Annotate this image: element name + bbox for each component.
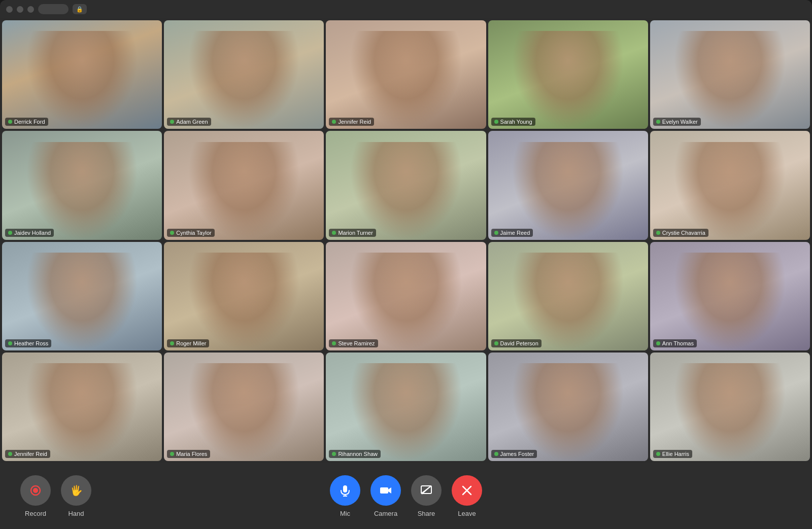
participant-label: Evelyn Walker [653,118,701,126]
participant-label: Maria Flores [167,450,210,458]
record-label: Record [25,510,46,517]
mic-active-indicator [8,341,12,345]
mic-active-indicator [8,231,12,235]
video-cell: Marion Turner [326,131,486,239]
video-cell: Jennifer Reid [326,20,486,129]
person-silhouette [188,31,300,129]
mic-active-indicator [332,231,336,235]
mic-label: Mic [340,510,350,517]
mic-active-indicator [332,341,336,345]
participant-label: James Foster [491,450,537,458]
camera-button[interactable]: Camera [370,475,401,517]
share-button[interactable]: Share [411,475,442,517]
participant-name: Rihannon Shaw [338,451,378,457]
person-silhouette [26,363,138,461]
person-silhouette [674,142,786,240]
person-silhouette [512,363,624,461]
video-cell: James Foster [488,352,648,461]
mic-active-indicator [8,452,12,456]
svg-point-1 [33,488,38,493]
person-silhouette [674,31,786,129]
mic-active-indicator [170,452,174,456]
participant-name: Marion Turner [338,230,373,236]
mic-active-indicator [332,120,336,124]
mic-active-indicator [494,120,498,124]
video-cell: Sarah Young [488,20,648,129]
video-cell: Jaidev Holland [2,131,162,239]
video-cell: Steve Ramirez [326,242,486,350]
svg-text:🖐: 🖐 [70,484,83,497]
participant-label: Ellie Harris [653,450,692,458]
person-silhouette [350,253,462,350]
participant-label: Sarah Young [491,118,535,126]
participant-label: Ann Thomas [653,339,697,347]
participant-name: Sarah Young [500,119,532,125]
video-cell: Roger Miller [164,242,324,350]
hand-icon: 🖐 [70,484,83,497]
person-silhouette [188,253,300,350]
camera-circle [370,475,401,506]
person-silhouette [188,142,300,240]
mic-button[interactable]: Mic [330,475,360,517]
mic-active-indicator [656,341,660,345]
mic-active-indicator [656,452,660,456]
participant-name: Jennifer Reid [14,451,47,457]
participant-label: Derrick Ford [5,118,48,126]
mic-active-indicator [170,231,174,235]
lock-icon: 🔒 [73,4,87,14]
mic-active-indicator [332,452,336,456]
participant-name: David Peterson [500,340,538,346]
person-silhouette [674,363,786,461]
record-button[interactable]: Record [20,475,51,517]
participant-name: Roger Miller [176,340,206,346]
traffic-light-maximize[interactable] [27,6,34,13]
traffic-light-minimize[interactable] [17,6,23,13]
hand-button[interactable]: 🖐 Hand [61,475,91,517]
toolbar: Record 🖐 Hand Mic [0,463,812,529]
participant-name: Ellie Harris [662,451,689,457]
traffic-light-close[interactable] [6,6,13,13]
participant-name: Maria Flores [176,451,207,457]
video-cell: David Peterson [488,242,648,350]
svg-marker-7 [388,487,391,493]
mic-active-indicator [8,120,12,124]
title-bar: 🔒 [0,0,812,18]
mic-circle [330,475,360,506]
participant-label: Rihannon Shaw [329,450,381,458]
participant-name: Ann Thomas [662,340,694,346]
mic-active-indicator [494,452,498,456]
participant-name: Jaime Reed [500,230,530,236]
video-cell: Jaime Reed [488,131,648,239]
record-icon [29,484,42,497]
share-icon [420,484,433,497]
person-silhouette [512,31,624,129]
participant-label: Jennifer Reid [5,450,50,458]
participant-label: Cynthia Taylor [167,229,215,237]
participant-label: Roger Miller [167,339,209,347]
camera-label: Camera [374,510,397,517]
participant-name: James Foster [500,451,534,457]
participant-label: Marion Turner [329,229,376,237]
participant-name: Jaidev Holland [14,230,51,236]
person-silhouette [350,31,462,129]
mic-active-indicator [170,120,174,124]
participant-name: Adam Green [176,119,208,125]
participant-label: Crystie Chavarria [653,229,708,237]
person-silhouette [512,253,624,350]
video-cell: Jennifer Reid [2,352,162,461]
video-cell: Cynthia Taylor [164,131,324,239]
participant-label: Steve Ramirez [329,339,378,347]
hand-circle: 🖐 [61,475,91,506]
participant-label: Heather Ross [5,339,51,347]
video-cell: Heather Ross [2,242,162,350]
person-silhouette [26,142,138,240]
mic-active-indicator [494,231,498,235]
person-silhouette [350,142,462,240]
mic-active-indicator [170,341,174,345]
video-cell: Adam Green [164,20,324,129]
participant-name: Cynthia Taylor [176,230,212,236]
toolbar-left: Record 🖐 Hand [20,475,91,517]
leave-button[interactable]: Leave [452,475,482,517]
hand-label: Hand [68,510,84,517]
video-cell: Evelyn Walker [650,20,810,129]
